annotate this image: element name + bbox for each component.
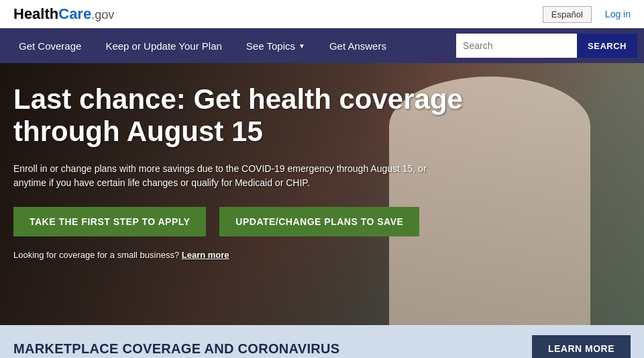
search-input[interactable] xyxy=(456,34,577,58)
logo-health: Health xyxy=(13,5,58,22)
learn-more-button[interactable]: LEARN MORE xyxy=(532,335,631,358)
top-bar-right: Español Log in xyxy=(543,6,631,23)
hero-title: Last chance: Get health coverage through… xyxy=(13,83,470,148)
nav-links: Get Coverage Keep or Update Your Plan Se… xyxy=(7,28,456,63)
bottom-banner: MARKETPLACE COVERAGE AND CORONAVIRUS LEA… xyxy=(0,325,644,358)
apply-button[interactable]: TAKE THE FIRST STEP TO APPLY xyxy=(13,207,206,236)
search-button[interactable]: SEARCH xyxy=(577,34,637,58)
hero-description: Enroll in or change plans with more savi… xyxy=(13,162,443,190)
chevron-down-icon: ▼ xyxy=(299,42,305,50)
nav-keep-update[interactable]: Keep or Update Your Plan xyxy=(93,28,233,63)
nav-see-topics[interactable]: See Topics ▼ xyxy=(234,28,317,63)
logo: HealthCare.gov xyxy=(13,5,114,23)
search-area: SEARCH xyxy=(456,34,637,58)
bottom-banner-title: MARKETPLACE COVERAGE AND CORONAVIRUS xyxy=(13,341,339,357)
hero-section: Last chance: Get health coverage through… xyxy=(0,63,644,325)
hero-buttons: TAKE THE FIRST STEP TO APPLY UPDATE/CHAN… xyxy=(13,207,470,236)
espanol-button[interactable]: Español xyxy=(543,6,592,23)
nav-get-coverage[interactable]: Get Coverage xyxy=(7,28,93,63)
logo-care: Care xyxy=(58,5,91,22)
hero-footnote: Looking for coverage for a small busines… xyxy=(13,250,470,260)
nav-get-answers[interactable]: Get Answers xyxy=(317,28,398,63)
update-plans-button[interactable]: UPDATE/CHANGE PLANS TO SAVE xyxy=(219,207,419,236)
logo-gov: .gov xyxy=(91,8,114,21)
top-bar: HealthCare.gov Español Log in xyxy=(0,0,644,28)
login-link[interactable]: Log in xyxy=(605,9,631,19)
learn-more-small-biz-link[interactable]: Learn more xyxy=(182,250,229,260)
hero-content: Last chance: Get health coverage through… xyxy=(13,83,470,260)
nav-bar: Get Coverage Keep or Update Your Plan Se… xyxy=(0,28,644,63)
